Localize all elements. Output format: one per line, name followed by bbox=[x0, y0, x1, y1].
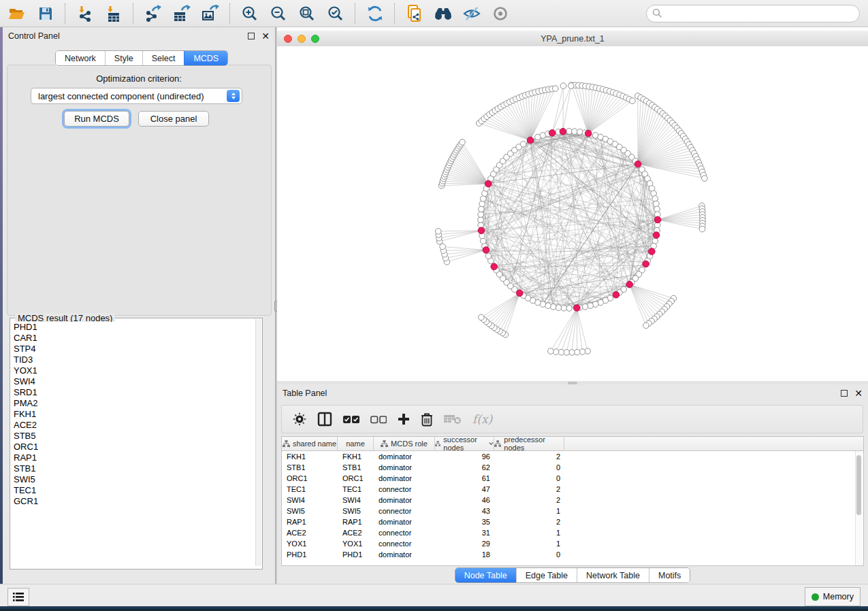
table-row[interactable]: SWI5SWI5connector431 bbox=[282, 506, 863, 516]
zoom-in-button[interactable] bbox=[237, 2, 263, 25]
mcds-result-item[interactable]: PHD1 bbox=[10, 322, 255, 333]
criterion-dropdown[interactable]: largest connected component (undirected) bbox=[31, 88, 242, 104]
toolbar-separator bbox=[229, 3, 231, 24]
tab-network[interactable]: Network bbox=[56, 51, 105, 65]
mcds-result-item[interactable]: TEC1 bbox=[10, 485, 255, 496]
run-mcds-button[interactable]: Run MCDS bbox=[64, 111, 129, 127]
table-scrollbar[interactable] bbox=[855, 451, 863, 565]
table-row[interactable]: STB1STB1dominator620 bbox=[282, 462, 863, 473]
mcds-result-item[interactable]: CAR1 bbox=[10, 333, 255, 344]
close-panel-button[interactable]: Close panel bbox=[138, 111, 209, 127]
show-columns-button[interactable] bbox=[317, 412, 332, 427]
mcds-result-item[interactable]: SWI5 bbox=[10, 474, 255, 485]
show-all-button[interactable] bbox=[487, 2, 513, 25]
tab-mcds[interactable]: MCDS bbox=[184, 51, 227, 65]
task-history-button[interactable] bbox=[7, 588, 29, 606]
network-window-titlebar: YPA_prune.txt_1 bbox=[277, 31, 868, 47]
tab-edge-table[interactable]: Edge Table bbox=[516, 568, 577, 582]
table-cell: PHD1 bbox=[338, 550, 374, 559]
table-row[interactable]: ORC1ORC1dominator610 bbox=[282, 473, 863, 484]
node-table-header: shared name name MCDS role successor nod… bbox=[282, 437, 863, 451]
main-toolbar bbox=[0, 0, 868, 27]
table-settings-button[interactable] bbox=[293, 412, 306, 426]
mcds-result-item[interactable]: STP4 bbox=[10, 344, 255, 354]
table-row[interactable]: RAP1RAP1dominator352 bbox=[282, 516, 863, 527]
tab-network-table[interactable]: Network Table bbox=[577, 568, 649, 582]
table-row[interactable]: PHD1PHD1dominator180 bbox=[282, 549, 863, 560]
mcds-result-list[interactable]: PHD1CAR1STP4TID3YOX1SWI4SRD1PMA2FKH1ACE2… bbox=[10, 322, 255, 563]
mcds-result-item[interactable]: PMA2 bbox=[10, 398, 255, 409]
column-header-predecessor-nodes[interactable]: predecessor nodes bbox=[494, 437, 564, 450]
mcds-result-item[interactable]: TID3 bbox=[10, 354, 255, 365]
zoom-selected-button[interactable] bbox=[323, 2, 349, 25]
table-cell: ACE2 bbox=[282, 529, 338, 537]
float-window-icon[interactable] bbox=[248, 33, 255, 39]
add-column-button[interactable] bbox=[398, 413, 410, 425]
export-network-button[interactable] bbox=[140, 2, 166, 25]
toolbar-separator bbox=[133, 3, 134, 24]
table-row[interactable]: FKH1FKH1dominator962 bbox=[282, 451, 863, 462]
column-header-name[interactable]: name bbox=[338, 437, 374, 450]
mcds-result-item[interactable]: STB5 bbox=[10, 431, 255, 442]
export-table-button[interactable] bbox=[169, 2, 195, 25]
status-bar: Memory bbox=[0, 584, 868, 606]
table-cell: 2 bbox=[494, 518, 564, 526]
optimization-criterion-label: Optimization criterion: bbox=[3, 73, 275, 84]
table-cell: SWI4 bbox=[282, 496, 338, 504]
zoom-fit-button[interactable] bbox=[294, 2, 320, 25]
table-cell: 1 bbox=[494, 529, 564, 537]
sort-descending-icon bbox=[489, 442, 494, 446]
export-image-button[interactable] bbox=[197, 2, 223, 25]
memory-button[interactable]: Memory bbox=[805, 587, 861, 606]
mcds-list-scrollbar[interactable] bbox=[255, 319, 261, 566]
save-session-button[interactable] bbox=[33, 2, 59, 25]
table-row[interactable]: ACE2ACE2connector311 bbox=[282, 527, 863, 538]
zoom-out-button[interactable] bbox=[266, 2, 291, 25]
mcds-result-item[interactable]: RAP1 bbox=[10, 452, 255, 463]
table-cell: 2 bbox=[494, 485, 564, 493]
mcds-result-item[interactable]: ACE2 bbox=[10, 420, 255, 431]
table-scrollbar-thumb[interactable] bbox=[856, 455, 861, 515]
tab-style[interactable]: Style bbox=[105, 51, 142, 65]
mcds-result-item[interactable]: YOX1 bbox=[10, 365, 255, 376]
mcds-result-item[interactable]: FKH1 bbox=[10, 409, 255, 420]
table-cell: RAP1 bbox=[338, 518, 374, 526]
table-cell: STB1 bbox=[338, 463, 374, 472]
mcds-result-item[interactable]: SRD1 bbox=[10, 387, 255, 398]
find-button[interactable] bbox=[430, 2, 456, 25]
table-row[interactable]: SWI4SWI4dominator462 bbox=[282, 495, 863, 506]
table-row[interactable]: TEC1TEC1connector472 bbox=[282, 484, 863, 495]
table-row[interactable]: YOX1YOX1connector291 bbox=[282, 538, 863, 549]
table-panel-titlebar: Table Panel ✕ bbox=[277, 384, 868, 402]
mcds-result-item[interactable]: ORC1 bbox=[10, 442, 255, 452]
tab-node-table[interactable]: Node Table bbox=[455, 568, 516, 582]
close-panel-icon[interactable]: ✕ bbox=[854, 390, 863, 397]
first-neighbors-button[interactable] bbox=[362, 2, 388, 25]
column-header-shared-name[interactable]: shared name bbox=[282, 437, 338, 450]
deselect-all-rows-button[interactable] bbox=[370, 415, 387, 424]
tab-motifs[interactable]: Motifs bbox=[649, 568, 690, 582]
tab-select[interactable]: Select bbox=[142, 51, 184, 65]
close-panel-icon[interactable]: ✕ bbox=[261, 33, 270, 39]
table-cell: 29 bbox=[435, 540, 494, 548]
mcds-result-item[interactable]: GCR1 bbox=[10, 496, 255, 507]
open-folder-button[interactable] bbox=[4, 2, 30, 25]
table-cell: RAP1 bbox=[282, 518, 338, 526]
import-table-button[interactable] bbox=[101, 2, 127, 25]
column-header-successor-nodes[interactable]: successor nodes bbox=[435, 437, 494, 450]
table-cell: 2 bbox=[494, 496, 564, 504]
column-header-mcds-role[interactable]: MCDS role bbox=[374, 437, 435, 450]
mcds-result-item[interactable]: SWI4 bbox=[10, 376, 255, 387]
hide-selected-button[interactable] bbox=[459, 2, 485, 25]
table-cell: 35 bbox=[435, 518, 494, 526]
table-cell: STB1 bbox=[282, 463, 338, 472]
network-canvas[interactable] bbox=[277, 46, 868, 381]
search-input[interactable] bbox=[646, 5, 860, 22]
float-window-icon[interactable] bbox=[841, 390, 848, 397]
clone-network-button[interactable] bbox=[402, 2, 428, 25]
mcds-result-item[interactable]: STB1 bbox=[10, 463, 255, 474]
node-table-body: FKH1FKH1dominator962STB1STB1dominator620… bbox=[282, 451, 863, 560]
delete-column-button[interactable] bbox=[421, 412, 433, 427]
import-network-button[interactable] bbox=[72, 2, 98, 25]
select-all-rows-button[interactable] bbox=[343, 415, 359, 424]
